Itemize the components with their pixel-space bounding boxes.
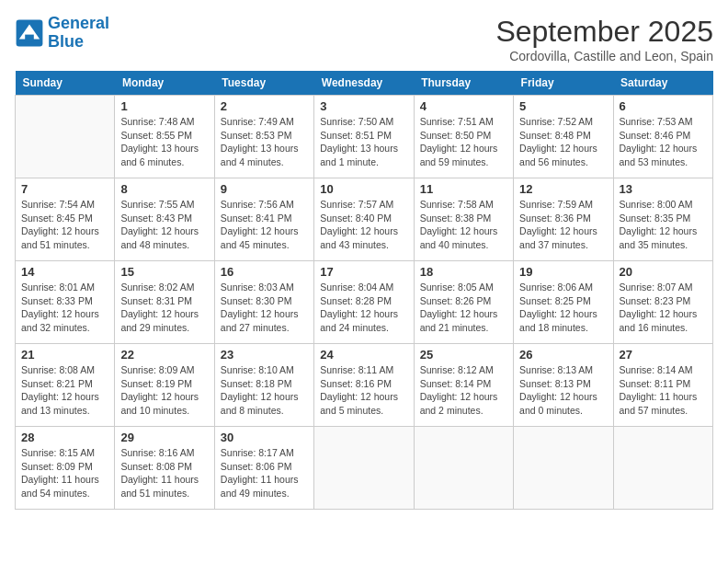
calendar-cell: 4Sunrise: 7:51 AM Sunset: 8:50 PM Daylig… [414, 96, 513, 178]
day-info: Sunrise: 8:10 AM Sunset: 8:18 PM Dayligh… [221, 363, 308, 418]
weekday-header-tuesday: Tuesday [214, 71, 313, 96]
day-number: 1 [120, 99, 208, 113]
day-info: Sunrise: 8:15 AM Sunset: 8:09 PM Dayligh… [21, 446, 108, 500]
calendar-cell: 18Sunrise: 8:05 AM Sunset: 8:26 PM Dayli… [414, 261, 513, 344]
logo-icon [15, 18, 44, 48]
day-info: Sunrise: 8:00 AM Sunset: 8:35 PM Dayligh… [620, 198, 707, 252]
calendar-cell: 3Sunrise: 7:50 AM Sunset: 8:51 PM Daylig… [314, 96, 414, 178]
day-info: Sunrise: 7:49 AM Sunset: 8:53 PM Dayligh… [221, 115, 308, 169]
day-info: Sunrise: 7:58 AM Sunset: 8:38 PM Dayligh… [420, 198, 507, 252]
day-info: Sunrise: 8:16 AM Sunset: 8:08 PM Dayligh… [120, 446, 208, 500]
day-info: Sunrise: 8:14 AM Sunset: 8:11 PM Dayligh… [620, 363, 707, 418]
day-info: Sunrise: 8:05 AM Sunset: 8:26 PM Dayligh… [420, 281, 507, 335]
calendar-cell: 15Sunrise: 8:02 AM Sunset: 8:31 PM Dayli… [115, 261, 214, 344]
calendar-cell: 27Sunrise: 8:14 AM Sunset: 8:11 PM Dayli… [613, 344, 712, 427]
calendar-cell: 19Sunrise: 8:06 AM Sunset: 8:25 PM Dayli… [514, 261, 613, 344]
calendar-cell: 23Sunrise: 8:10 AM Sunset: 8:18 PM Dayli… [214, 344, 313, 427]
title-block: September 2025 Cordovilla, Castille and … [495, 15, 713, 63]
calendar-cell [314, 427, 414, 510]
day-number: 6 [620, 99, 707, 113]
calendar-cell: 21Sunrise: 8:08 AM Sunset: 8:21 PM Dayli… [16, 344, 115, 427]
calendar-week-5: 28Sunrise: 8:15 AM Sunset: 8:09 PM Dayli… [16, 427, 713, 510]
calendar-cell [16, 96, 115, 178]
day-number: 27 [620, 348, 707, 362]
calendar-cell: 5Sunrise: 7:52 AM Sunset: 8:48 PM Daylig… [514, 96, 613, 178]
day-number: 20 [620, 265, 707, 279]
day-info: Sunrise: 8:07 AM Sunset: 8:23 PM Dayligh… [620, 281, 707, 335]
day-number: 23 [221, 348, 308, 362]
weekday-header-sunday: Sunday [16, 71, 115, 96]
calendar-week-2: 7Sunrise: 7:54 AM Sunset: 8:45 PM Daylig… [16, 178, 713, 261]
day-number: 19 [519, 265, 607, 279]
day-number: 9 [221, 182, 308, 196]
location-subtitle: Cordovilla, Castille and Leon, Spain [495, 49, 713, 63]
day-info: Sunrise: 7:50 AM Sunset: 8:51 PM Dayligh… [320, 115, 407, 169]
calendar-cell: 6Sunrise: 7:53 AM Sunset: 8:46 PM Daylig… [613, 96, 712, 178]
day-number: 17 [320, 265, 407, 279]
calendar-cell: 28Sunrise: 8:15 AM Sunset: 8:09 PM Dayli… [16, 427, 115, 510]
calendar-cell: 30Sunrise: 8:17 AM Sunset: 8:06 PM Dayli… [214, 427, 313, 510]
day-number: 7 [21, 182, 108, 196]
calendar-cell: 14Sunrise: 8:01 AM Sunset: 8:33 PM Dayli… [16, 261, 115, 344]
month-title: September 2025 [495, 15, 713, 49]
calendar-cell: 1Sunrise: 7:48 AM Sunset: 8:55 PM Daylig… [115, 96, 214, 178]
weekday-header-wednesday: Wednesday [314, 71, 414, 96]
logo-line1: General [48, 14, 109, 32]
logo-line2: Blue [48, 32, 84, 51]
calendar-cell: 13Sunrise: 8:00 AM Sunset: 8:35 PM Dayli… [613, 178, 712, 261]
day-info: Sunrise: 8:04 AM Sunset: 8:28 PM Dayligh… [320, 281, 407, 335]
calendar-cell: 11Sunrise: 7:58 AM Sunset: 8:38 PM Dayli… [414, 178, 513, 261]
calendar-cell [514, 427, 613, 510]
day-number: 30 [221, 431, 308, 444]
day-number: 16 [221, 265, 308, 279]
day-info: Sunrise: 7:54 AM Sunset: 8:45 PM Dayligh… [21, 198, 108, 252]
day-info: Sunrise: 7:55 AM Sunset: 8:43 PM Dayligh… [120, 198, 208, 252]
day-number: 12 [519, 182, 607, 196]
day-number: 13 [620, 182, 707, 196]
calendar-week-1: 1Sunrise: 7:48 AM Sunset: 8:55 PM Daylig… [16, 96, 713, 178]
day-info: Sunrise: 8:11 AM Sunset: 8:16 PM Dayligh… [320, 363, 407, 418]
day-info: Sunrise: 7:56 AM Sunset: 8:41 PM Dayligh… [221, 198, 308, 252]
day-info: Sunrise: 8:09 AM Sunset: 8:19 PM Dayligh… [120, 363, 208, 418]
calendar-table: SundayMondayTuesdayWednesdayThursdayFrid… [15, 71, 713, 510]
day-number: 28 [21, 431, 108, 444]
day-info: Sunrise: 8:12 AM Sunset: 8:14 PM Dayligh… [420, 363, 507, 418]
day-number: 18 [420, 265, 507, 279]
calendar-cell: 9Sunrise: 7:56 AM Sunset: 8:41 PM Daylig… [214, 178, 313, 261]
day-info: Sunrise: 8:03 AM Sunset: 8:30 PM Dayligh… [221, 281, 308, 335]
calendar-cell: 29Sunrise: 8:16 AM Sunset: 8:08 PM Dayli… [115, 427, 214, 510]
day-info: Sunrise: 8:13 AM Sunset: 8:13 PM Dayligh… [519, 363, 607, 418]
day-number: 24 [320, 348, 407, 362]
calendar-cell: 22Sunrise: 8:09 AM Sunset: 8:19 PM Dayli… [115, 344, 214, 427]
day-number: 25 [420, 348, 507, 362]
calendar-week-4: 21Sunrise: 8:08 AM Sunset: 8:21 PM Dayli… [16, 344, 713, 427]
day-number: 4 [420, 99, 507, 113]
day-info: Sunrise: 7:59 AM Sunset: 8:36 PM Dayligh… [519, 198, 607, 252]
logo-text: General Blue [48, 15, 109, 52]
day-number: 21 [21, 348, 108, 362]
day-info: Sunrise: 7:57 AM Sunset: 8:40 PM Dayligh… [320, 198, 407, 252]
calendar-cell: 16Sunrise: 8:03 AM Sunset: 8:30 PM Dayli… [214, 261, 313, 344]
day-number: 2 [221, 99, 308, 113]
day-number: 8 [120, 182, 208, 196]
calendar-cell [613, 427, 712, 510]
day-info: Sunrise: 7:51 AM Sunset: 8:50 PM Dayligh… [420, 115, 507, 169]
svg-rect-2 [25, 34, 34, 41]
calendar-cell: 25Sunrise: 8:12 AM Sunset: 8:14 PM Dayli… [414, 344, 513, 427]
day-number: 14 [21, 265, 108, 279]
day-number: 15 [120, 265, 208, 279]
day-number: 29 [120, 431, 208, 444]
calendar-cell: 24Sunrise: 8:11 AM Sunset: 8:16 PM Dayli… [314, 344, 414, 427]
calendar-cell: 10Sunrise: 7:57 AM Sunset: 8:40 PM Dayli… [314, 178, 414, 261]
calendar-cell [414, 427, 513, 510]
day-info: Sunrise: 7:53 AM Sunset: 8:46 PM Dayligh… [620, 115, 707, 169]
calendar-cell: 20Sunrise: 8:07 AM Sunset: 8:23 PM Dayli… [613, 261, 712, 344]
day-info: Sunrise: 8:02 AM Sunset: 8:31 PM Dayligh… [120, 281, 208, 335]
day-number: 3 [320, 99, 407, 113]
day-info: Sunrise: 8:06 AM Sunset: 8:25 PM Dayligh… [519, 281, 607, 335]
weekday-header-monday: Monday [115, 71, 214, 96]
header: General Blue September 2025 Cordovilla, … [15, 15, 713, 63]
day-number: 26 [519, 348, 607, 362]
logo: General Blue [15, 15, 109, 52]
calendar-cell: 17Sunrise: 8:04 AM Sunset: 8:28 PM Dayli… [314, 261, 414, 344]
